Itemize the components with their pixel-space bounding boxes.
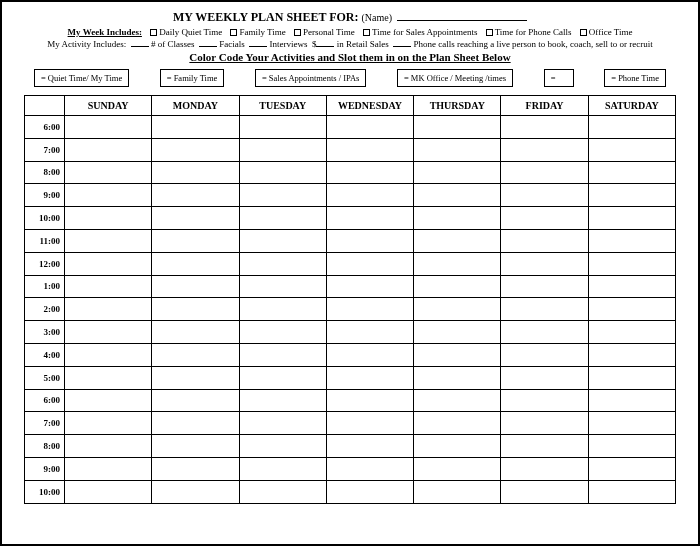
plan-cell[interactable] [152,480,239,503]
plan-cell[interactable] [501,207,588,230]
plan-cell[interactable] [414,435,501,458]
plan-cell[interactable] [588,252,675,275]
blank-interviews[interactable] [249,39,267,47]
plan-cell[interactable] [414,412,501,435]
plan-cell[interactable] [588,389,675,412]
plan-cell[interactable] [326,366,413,389]
plan-cell[interactable] [588,480,675,503]
plan-cell[interactable] [152,275,239,298]
plan-cell[interactable] [65,298,152,321]
plan-cell[interactable] [239,480,326,503]
plan-cell[interactable] [65,480,152,503]
plan-cell[interactable] [239,138,326,161]
plan-cell[interactable] [326,161,413,184]
plan-cell[interactable] [65,457,152,480]
plan-cell[interactable] [65,207,152,230]
plan-cell[interactable] [588,343,675,366]
plan-cell[interactable] [152,298,239,321]
plan-cell[interactable] [65,389,152,412]
plan-cell[interactable] [239,321,326,344]
plan-cell[interactable] [588,366,675,389]
plan-cell[interactable] [152,389,239,412]
plan-cell[interactable] [501,116,588,139]
plan-cell[interactable] [501,138,588,161]
plan-cell[interactable] [65,366,152,389]
plan-cell[interactable] [152,229,239,252]
plan-cell[interactable] [588,275,675,298]
plan-cell[interactable] [239,457,326,480]
blank-facials[interactable] [199,39,217,47]
plan-cell[interactable] [65,229,152,252]
plan-cell[interactable] [65,184,152,207]
plan-cell[interactable] [588,138,675,161]
plan-cell[interactable] [414,138,501,161]
plan-cell[interactable] [414,457,501,480]
checkbox-sales[interactable] [363,29,370,36]
plan-cell[interactable] [65,343,152,366]
plan-cell[interactable] [414,389,501,412]
plan-cell[interactable] [588,298,675,321]
plan-cell[interactable] [326,457,413,480]
plan-cell[interactable] [152,161,239,184]
plan-cell[interactable] [65,321,152,344]
plan-cell[interactable] [65,138,152,161]
plan-cell[interactable] [501,161,588,184]
plan-cell[interactable] [588,161,675,184]
plan-cell[interactable] [239,252,326,275]
plan-cell[interactable] [326,207,413,230]
plan-cell[interactable] [588,412,675,435]
plan-cell[interactable] [152,138,239,161]
checkbox-phone[interactable] [486,29,493,36]
plan-cell[interactable] [414,321,501,344]
plan-cell[interactable] [152,207,239,230]
plan-cell[interactable] [414,229,501,252]
plan-cell[interactable] [65,161,152,184]
plan-cell[interactable] [326,389,413,412]
plan-cell[interactable] [414,161,501,184]
plan-cell[interactable] [501,435,588,458]
plan-cell[interactable] [152,366,239,389]
plan-cell[interactable] [65,275,152,298]
plan-cell[interactable] [239,275,326,298]
checkbox-personal[interactable] [294,29,301,36]
plan-cell[interactable] [414,252,501,275]
plan-cell[interactable] [152,321,239,344]
plan-cell[interactable] [326,116,413,139]
plan-cell[interactable] [414,298,501,321]
blank-phonecalls[interactable] [393,39,411,47]
plan-cell[interactable] [326,229,413,252]
plan-cell[interactable] [501,298,588,321]
plan-cell[interactable] [239,229,326,252]
plan-cell[interactable] [326,138,413,161]
plan-cell[interactable] [501,229,588,252]
plan-cell[interactable] [588,435,675,458]
plan-cell[interactable] [501,457,588,480]
plan-cell[interactable] [152,116,239,139]
plan-cell[interactable] [414,184,501,207]
plan-cell[interactable] [414,480,501,503]
plan-cell[interactable] [152,457,239,480]
plan-cell[interactable] [239,161,326,184]
plan-cell[interactable] [414,207,501,230]
plan-cell[interactable] [326,343,413,366]
plan-cell[interactable] [239,207,326,230]
plan-cell[interactable] [414,275,501,298]
plan-cell[interactable] [239,412,326,435]
plan-cell[interactable] [239,116,326,139]
plan-cell[interactable] [501,343,588,366]
plan-cell[interactable] [239,343,326,366]
plan-cell[interactable] [239,435,326,458]
name-blank[interactable] [397,11,527,21]
plan-cell[interactable] [65,412,152,435]
plan-cell[interactable] [239,298,326,321]
checkbox-office[interactable] [580,29,587,36]
plan-cell[interactable] [152,343,239,366]
plan-cell[interactable] [501,366,588,389]
plan-cell[interactable] [588,229,675,252]
plan-cell[interactable] [326,252,413,275]
blank-classes[interactable] [131,39,149,47]
plan-cell[interactable] [501,184,588,207]
checkbox-daily-quiet[interactable] [150,29,157,36]
plan-cell[interactable] [239,389,326,412]
plan-cell[interactable] [239,366,326,389]
